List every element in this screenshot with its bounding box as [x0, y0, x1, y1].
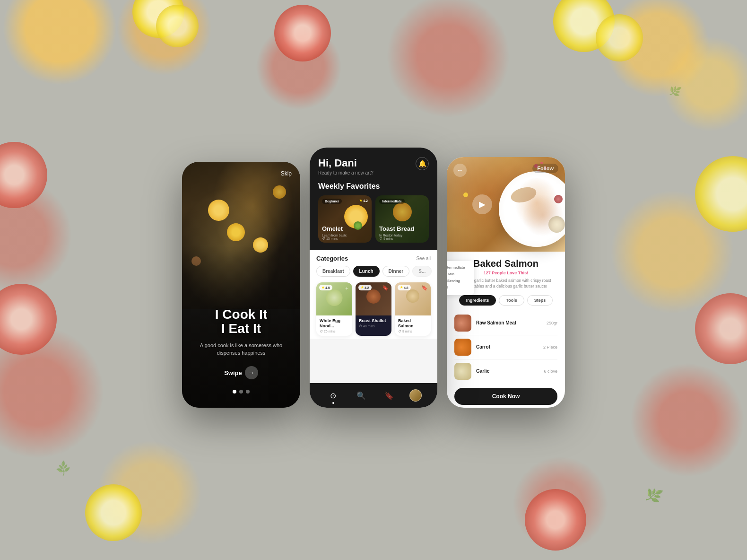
- omelet-rating-value: 4.2: [363, 199, 368, 202]
- ingredient-salmon: Raw Salmon Meat 250gr: [454, 311, 557, 335]
- phone-1-splash: Skip I Cook It I Eat It A good cook is l…: [182, 162, 300, 408]
- app-content: Categories See all Breakfast Lunch Dinne…: [310, 250, 437, 339]
- nav-bookmark[interactable]: 🔖: [382, 388, 397, 403]
- tab-ingredients[interactable]: Ingredients: [459, 295, 496, 306]
- recipe-card-3-bookmark[interactable]: 🔖: [421, 285, 428, 291]
- omelet-card-title: Omelet: [322, 225, 343, 232]
- salmon-amount: 250gr: [547, 321, 557, 325]
- app-header: Hi, Dani Ready to make a new art? 🔔 Week…: [310, 148, 437, 250]
- salmon-name: Raw Salmon Meat: [476, 320, 542, 325]
- category-breakfast[interactable]: Breakfast: [316, 266, 350, 277]
- green-food-decoration: [354, 221, 362, 230]
- featured-card-toast[interactable]: Intermediate Toast Bread In Reston today…: [375, 195, 429, 243]
- toast-card-label: Intermediate: [379, 199, 405, 204]
- category-pills: Breakfast Lunch Dinner S...: [316, 266, 431, 277]
- info-servings: 👤 1 Serving: [447, 278, 469, 283]
- greeting-section: Hi, Dani Ready to make a new art?: [318, 157, 374, 175]
- back-button[interactable]: ←: [453, 164, 467, 177]
- splash-title-line1: I Cook It: [191, 307, 291, 322]
- rating-value: 4.8: [447, 285, 448, 289]
- recipe-card-2-time: ⏱ 40 mins: [359, 324, 388, 328]
- splash-content: I Cook It I Eat It A good cook is like a…: [182, 307, 300, 379]
- salmon-thumbnail: [454, 315, 471, 332]
- nav-profile-avatar[interactable]: [409, 389, 422, 402]
- omelet-card-rating: ★ 4.2: [359, 199, 368, 202]
- greeting-subtitle: Ready to make a new art?: [318, 170, 374, 175]
- omelet-card-sub: Learn from basic: [322, 234, 347, 237]
- ingredients-list: Raw Salmon Meat 250gr Carrot 2 Piece: [454, 311, 557, 383]
- nav-home-dot: [332, 402, 334, 404]
- recipe-1-food: [326, 289, 343, 306]
- toast-food-decoration: [393, 202, 412, 221]
- recipe-card-1-image: ★ 4.5 ＋: [316, 282, 352, 315]
- info-time: ⏱ 35 Min: [447, 271, 469, 276]
- berry-decoration: [554, 195, 563, 203]
- recipe-card-3[interactable]: ★ 4.8 🔖 Baked Salmon ⏱ 8 mins: [395, 282, 431, 336]
- featured-card-omelet[interactable]: Beginner ★ 4.2 Omelet Learn from basic ⏱…: [318, 195, 372, 243]
- recipe-card-3-info: Baked Salmon ⏱ 8 mins: [395, 315, 431, 336]
- splash-title-line2: I Eat It: [191, 322, 291, 336]
- yellow-dot-1: [463, 192, 468, 197]
- recipe-info-sidebar: ⚡ Intermediate ⏱ 35 Min 👤 1 Serving ★ 4.…: [447, 261, 474, 295]
- tab-tools[interactable]: Tools: [499, 295, 524, 306]
- tab-steps[interactable]: Steps: [527, 295, 553, 306]
- garlic-thumbnail: [454, 363, 471, 380]
- recipe-card-2-name: Roast Shallot: [359, 318, 388, 324]
- skip-button[interactable]: Skip: [281, 170, 292, 177]
- swipe-button[interactable]: Swipe →: [191, 366, 291, 379]
- recipe-card-1-info: White Egg Nood... ⏱ 25 mins: [316, 315, 352, 336]
- recipe-card-1-bookmark[interactable]: ＋: [344, 285, 349, 292]
- recipe-2-food: [366, 289, 381, 304]
- nav-home[interactable]: ⊙: [326, 388, 341, 403]
- info-level: ⚡ Intermediate: [447, 265, 469, 270]
- recipe-grid: ★ 4.5 ＋ White Egg Nood... ⏱ 25 mins: [310, 280, 437, 339]
- recipe-card-2-rating: ★ 4.2: [358, 285, 372, 290]
- recipe-card-3-time: ⏱ 8 mins: [398, 330, 427, 333]
- play-button[interactable]: ▶: [472, 194, 492, 214]
- see-all-button[interactable]: See all: [416, 256, 431, 261]
- recipe-card-1-time: ⏱ 25 mins: [320, 330, 349, 333]
- category-dinner[interactable]: Dinner: [382, 266, 410, 277]
- categories-section: Categories See all Breakfast Lunch Dinne…: [310, 250, 437, 280]
- category-more[interactable]: S...: [412, 266, 432, 277]
- swipe-arrow-icon: →: [245, 366, 258, 379]
- pagination-dots: [182, 390, 300, 394]
- carrot-thumbnail: [454, 339, 471, 356]
- recipe-card-3-rating: ★ 4.8: [398, 285, 411, 290]
- carrot-amount: 2 Piece: [543, 345, 557, 350]
- featured-cards: Beginner ★ 4.2 Omelet Learn from basic ⏱…: [318, 195, 429, 243]
- ingredient-garlic: Garlic 6 clove: [454, 359, 557, 383]
- recipe-card-2-image: ★ 4.2 🔖: [356, 282, 391, 315]
- recipe-card-2[interactable]: ★ 4.2 🔖 Roast Shallot ⏱ 40 mins: [356, 282, 391, 336]
- toast-card-sub: In Reston today: [379, 234, 402, 237]
- greeting-name: Hi, Dani: [318, 157, 374, 169]
- notification-icon[interactable]: 🔔: [416, 157, 429, 170]
- recipe-card-2-bookmark[interactable]: 🔖: [382, 285, 389, 291]
- dot-2[interactable]: [239, 390, 243, 394]
- carrot-name: Carrot: [476, 344, 539, 350]
- follow-button[interactable]: Follow: [532, 164, 558, 173]
- toast-card-time: ⏱ 9 mins: [379, 237, 393, 240]
- sauce-bowl: [548, 216, 565, 233]
- dot-3[interactable]: [246, 390, 250, 394]
- servings-text: 1 Serving: [447, 279, 460, 283]
- ingredient-carrot: Carrot 2 Piece: [454, 335, 557, 359]
- level-text: Intermediate: [447, 265, 465, 270]
- recipe-card-1-rating: ★ 4.5: [319, 285, 332, 290]
- garlic-name: Garlic: [476, 368, 539, 374]
- recipe-card-1[interactable]: ★ 4.5 ＋ White Egg Nood... ⏱ 25 mins: [316, 282, 352, 336]
- omelet-card-label: Beginner: [322, 199, 342, 204]
- category-lunch[interactable]: Lunch: [353, 266, 380, 277]
- recipe-tabs: Ingredients Tools Steps: [454, 295, 557, 306]
- toast-card-title: Toast Bread: [379, 225, 414, 232]
- categories-title: Categories: [316, 255, 348, 262]
- swipe-label: Swipe: [224, 369, 242, 376]
- dot-1[interactable]: [233, 390, 236, 394]
- phone-2-main: Hi, Dani Ready to make a new art? 🔔 Week…: [310, 148, 437, 408]
- cook-now-button[interactable]: Cook Now: [454, 388, 557, 405]
- info-rating: ★ 4.8: [447, 285, 469, 289]
- splash-subtitle: A good cook is like a sorceress who disp…: [191, 342, 291, 357]
- omelet-card-time: ⏱ 15 mins: [322, 237, 338, 240]
- greeting-row: Hi, Dani Ready to make a new art? 🔔: [318, 157, 429, 175]
- nav-search[interactable]: 🔍: [354, 388, 369, 403]
